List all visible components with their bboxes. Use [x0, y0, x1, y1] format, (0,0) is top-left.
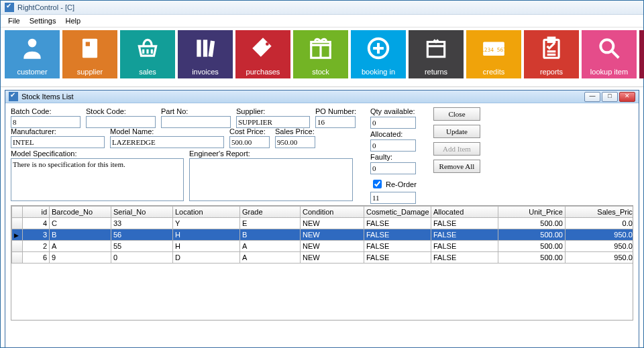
row-header — [12, 252, 23, 264]
cell-sales-price: 950.00 — [566, 229, 634, 241]
model-name-input[interactable] — [110, 136, 224, 148]
app-window: RightControl - [C] File Settings Help cu… — [0, 0, 644, 348]
table-row[interactable]: ▶3B56HBNEWFALSEFALSE500.00950.00 — [12, 229, 634, 241]
cell-grade: A — [240, 252, 301, 264]
menu-file[interactable]: File — [3, 16, 25, 25]
cell-unit-price: 500.00 — [498, 252, 566, 264]
cell-id: 2 — [23, 241, 50, 252]
table-row[interactable]: 2A55HANEWFALSEFALSE500.00950.00 — [12, 241, 634, 252]
tile-customer[interactable]: customer — [5, 30, 60, 78]
faulty-input[interactable] — [370, 162, 416, 174]
grid-header-row: id Barcode_No Serial_No Location Grade C… — [12, 207, 634, 218]
tile-stock[interactable]: stock — [293, 30, 348, 78]
allocated-input[interactable] — [370, 139, 416, 152]
tile-lookup-item[interactable]: lookup item — [582, 30, 637, 78]
stock-items-grid[interactable]: id Barcode_No Serial_No Location Grade C… — [11, 205, 633, 321]
faulty-label: Faulty: — [370, 153, 424, 161]
row-header — [12, 218, 23, 229]
row-header — [12, 241, 23, 252]
credit-card-icon: 1234 567 — [480, 36, 508, 61]
tile-credits[interactable]: 1234 567 credits — [466, 30, 521, 78]
table-row[interactable]: 690DANEWFALSEFALSE500.00950.00 — [12, 252, 634, 264]
cell-barcode: 9 — [50, 252, 111, 264]
tile-dispatch[interactable]: dispatch — [639, 30, 644, 78]
col-condition[interactable]: Condition — [301, 207, 364, 218]
engineer-report-textarea[interactable] — [189, 158, 353, 201]
col-unit-price[interactable]: Unit_Price — [498, 207, 566, 218]
table-row[interactable]: 4C33YENEWFALSEFALSE500.000.00 — [12, 218, 634, 229]
batch-code-input[interactable] — [11, 116, 80, 128]
col-allocated[interactable]: Allocated — [431, 207, 498, 218]
qty-available-input[interactable] — [370, 117, 416, 129]
svg-rect-8 — [209, 41, 215, 57]
po-number-input[interactable] — [315, 116, 356, 128]
svg-rect-6 — [197, 40, 201, 56]
tile-sales[interactable]: sales — [120, 30, 175, 78]
remove-all-button[interactable]: Remove All — [433, 160, 480, 173]
engineer-report-label: Engineer's Report: — [189, 150, 353, 158]
app-title: RightControl - [C] — [17, 3, 74, 11]
plus-circle-icon — [366, 36, 391, 61]
cell-serial: 55 — [111, 241, 173, 252]
manufacturer-input[interactable] — [11, 136, 105, 148]
maximize-button[interactable]: □ — [602, 92, 618, 102]
col-barcode[interactable]: Barcode_No — [50, 207, 111, 218]
col-cosmetic[interactable]: Cosmetic_Damage — [364, 207, 431, 218]
col-serial[interactable]: Serial_No — [111, 207, 173, 218]
cell-sales-price: 950.00 — [566, 252, 634, 264]
reorder-qty-input[interactable] — [370, 192, 416, 204]
cell-serial: 0 — [111, 252, 173, 264]
part-no-label: Part No: — [161, 107, 231, 115]
tile-supplier[interactable]: supplier — [62, 30, 117, 78]
minimize-button[interactable]: — — [584, 92, 600, 102]
cell-unit-price: 500.00 — [498, 218, 566, 229]
basket-icon — [135, 36, 160, 61]
model-spec-textarea[interactable]: There is no specification for this item. — [11, 158, 184, 201]
gift-icon — [308, 36, 333, 61]
col-id[interactable]: id — [23, 207, 50, 218]
tile-returns[interactable]: returns — [409, 30, 464, 78]
panel-icon — [9, 92, 18, 101]
svg-point-0 — [28, 39, 37, 48]
col-location[interactable]: Location — [173, 207, 240, 218]
inner-title-bar: Stock Items List — □ ✕ — [5, 91, 639, 103]
add-item-button[interactable]: Add Item — [433, 142, 480, 156]
reorder-label: Re-Order — [386, 180, 417, 188]
tile-reports[interactable]: reports — [524, 30, 579, 78]
svg-point-9 — [266, 42, 269, 46]
cell-location: Y — [173, 218, 240, 229]
col-grade[interactable]: Grade — [240, 207, 301, 218]
cell-location: H — [173, 241, 240, 252]
cell-allocated: FALSE — [431, 252, 498, 264]
cell-cosmetic: FALSE — [364, 229, 431, 241]
grid-table: id Barcode_No Serial_No Location Grade C… — [11, 206, 633, 264]
reorder-checkbox[interactable] — [373, 180, 382, 188]
close-window-button[interactable]: ✕ — [619, 92, 635, 102]
stock-code-label: Stock Code: — [86, 107, 156, 115]
cell-condition: NEW — [301, 218, 364, 229]
sale-tag-icon — [250, 36, 276, 61]
tile-purchases[interactable]: purchases — [235, 30, 290, 78]
cell-barcode: A — [50, 241, 111, 252]
close-button[interactable]: Close — [433, 107, 480, 121]
svg-rect-1 — [83, 39, 97, 58]
supplier-label: Supplier: — [236, 107, 310, 115]
stock-code-input[interactable] — [86, 116, 156, 128]
cost-price-input[interactable] — [229, 136, 270, 148]
supplier-input[interactable] — [236, 116, 310, 128]
app-icon — [5, 3, 14, 12]
tile-booking-in[interactable]: booking in — [351, 30, 406, 78]
cell-grade: B — [240, 229, 301, 241]
sales-price-input[interactable] — [275, 136, 315, 148]
cell-unit-price: 500.00 — [498, 229, 566, 241]
tile-invoices[interactable]: invoices — [178, 30, 233, 78]
col-sales-price[interactable]: Sales_Price — [566, 207, 634, 218]
menu-help[interactable]: Help — [60, 16, 85, 25]
menu-settings[interactable]: Settings — [25, 16, 61, 25]
manufacturer-label: Manufacturer: — [11, 127, 105, 135]
part-no-input[interactable] — [161, 116, 231, 128]
cell-condition: NEW — [301, 229, 364, 241]
svg-rect-12 — [311, 42, 331, 46]
cell-location: D — [173, 252, 240, 264]
update-button[interactable]: Update — [433, 125, 480, 138]
